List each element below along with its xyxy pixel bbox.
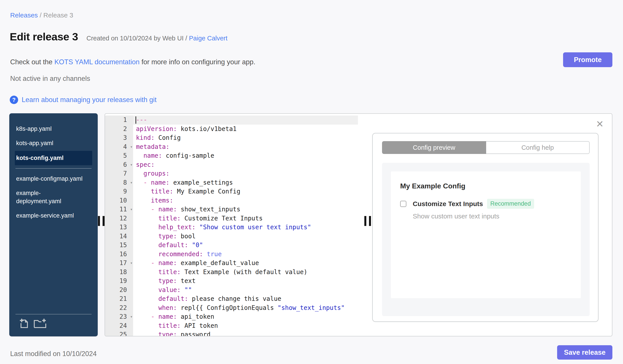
line-number[interactable]: 16 [105,250,133,259]
line-number[interactable]: 10 [105,196,133,205]
code-text[interactable]: when: repl{{ ConfigOptionEquals "show_te… [133,303,367,313]
code-line-16[interactable]: 16 recommended: true [105,250,367,259]
created-by-link[interactable]: Paige Calvert [189,35,227,42]
file-item-example-configmap.yaml[interactable]: example-configmap.yaml [15,172,86,186]
new-folder-icon[interactable] [33,318,47,328]
yaml-editor[interactable]: 1---2apiVersion: kots.io/v1beta13kind: C… [105,114,367,336]
code-line-4[interactable]: 4▾metadata: [105,142,367,152]
editor-resize-handle[interactable] [364,216,371,226]
code-line-20[interactable]: 20 value: "" [105,285,367,295]
code-line-2[interactable]: 2apiVersion: kots.io/v1beta1 [105,124,367,134]
code-text[interactable]: - name: example_default_value [133,259,367,268]
code-text[interactable]: --- [133,116,367,124]
tab-config-help[interactable]: Config help [486,141,590,154]
new-file-icon[interactable] [19,318,28,328]
code-text[interactable]: - name: api_token [133,312,367,321]
code-text[interactable]: default: please change this value [133,294,367,303]
code-text[interactable]: items: [133,196,367,205]
line-number[interactable]: 17▾ [105,259,133,268]
file-item-example-deployment.yaml[interactable]: example-deployment.yaml [15,186,86,208]
code-text[interactable]: metadata: [133,142,367,152]
line-number[interactable]: 13 [105,223,133,232]
code-text[interactable]: type: bool [133,232,367,241]
fold-arrow-icon[interactable]: ▾ [130,205,133,214]
promote-button[interactable]: Promote [563,52,612,67]
code-line-9[interactable]: 9 title: My Example Config [105,187,367,196]
code-text[interactable]: name: config-sample [133,151,367,160]
file-item-k8s-app.yaml[interactable]: k8s-app.yaml [15,122,86,136]
line-number[interactable]: 21 [105,294,133,303]
tab-config-preview[interactable]: Config preview [382,141,486,154]
line-number[interactable]: 15 [105,241,133,250]
code-line-24[interactable]: 24 title: API token [105,321,367,330]
close-preview-icon[interactable]: ✕ [594,119,605,130]
line-number[interactable]: 12 [105,214,133,223]
fold-arrow-icon[interactable]: ▾ [130,142,133,151]
line-number[interactable]: 11▾ [105,205,133,214]
code-text[interactable]: help_text: "Show custom user text inputs… [133,223,367,232]
code-line-1[interactable]: 1--- [105,116,367,124]
code-line-17[interactable]: 17▾ - name: example_default_value [105,259,367,268]
file-item-kots-app.yaml[interactable]: kots-app.yaml [15,136,86,150]
code-text[interactable]: value: "" [133,285,367,295]
code-text[interactable]: title: Customize Text Inputs [133,214,367,223]
code-text[interactable]: title: My Example Config [133,187,367,196]
git-releases-link[interactable]: Learn about managing your releases with … [22,96,156,104]
code-line-5[interactable]: 5 name: config-sample [105,151,367,160]
code-line-22[interactable]: 22 when: repl{{ ConfigOptionEquals "show… [105,303,367,313]
code-line-11[interactable]: 11▾ - name: show_text_inputs [105,205,367,214]
fold-arrow-icon[interactable]: ▾ [130,312,133,321]
line-number[interactable]: 5 [105,151,133,160]
fold-arrow-icon[interactable]: ▾ [130,258,133,267]
line-number[interactable]: 1 [105,116,133,124]
line-number[interactable]: 14 [105,232,133,241]
code-line-23[interactable]: 23▾ - name: api_token [105,312,367,321]
code-text[interactable]: title: API token [133,321,367,330]
line-number[interactable]: 22 [105,303,133,313]
fold-arrow-icon[interactable]: ▾ [130,160,133,169]
line-number[interactable]: 19 [105,277,133,285]
line-number[interactable]: 7 [105,169,133,178]
customize-text-inputs-checkbox[interactable] [400,201,406,207]
line-number[interactable]: 9 [105,187,133,196]
code-line-10[interactable]: 10 items: [105,196,367,205]
code-line-18[interactable]: 18 title: Text Example (with default val… [105,268,367,277]
code-text[interactable]: - name: show_text_inputs [133,205,367,214]
code-line-7[interactable]: 7 groups: [105,169,367,178]
code-text[interactable]: type: text [133,277,367,285]
kots-yaml-doc-link[interactable]: KOTS YAML documentation [54,58,139,66]
code-text[interactable]: - name: example_settings [133,178,367,187]
code-line-19[interactable]: 19 type: text [105,277,367,285]
line-number[interactable]: 23▾ [105,312,133,321]
code-line-15[interactable]: 15 default: "0" [105,241,367,250]
code-line-21[interactable]: 21 default: please change this value [105,294,367,303]
line-number[interactable]: 3 [105,133,133,142]
save-release-button[interactable]: Save release [557,345,612,360]
code-line-25[interactable]: 25 type: password [105,330,367,336]
line-number[interactable]: 8▾ [105,178,133,187]
code-text[interactable]: type: password [133,330,367,336]
code-line-12[interactable]: 12 title: Customize Text Inputs [105,214,367,223]
line-number[interactable]: 4▾ [105,142,133,152]
code-line-6[interactable]: 6▾spec: [105,160,367,169]
code-text[interactable]: spec: [133,160,367,169]
line-number[interactable]: 18 [105,268,133,277]
sidebar-resize-handle[interactable] [98,216,105,226]
file-item-example-service.yaml[interactable]: example-service.yaml [15,208,86,223]
line-number[interactable]: 2 [105,124,133,134]
line-number[interactable]: 20 [105,285,133,295]
code-text[interactable]: apiVersion: kots.io/v1beta1 [133,124,367,134]
code-line-8[interactable]: 8▾ - name: example_settings [105,178,367,187]
code-text[interactable]: kind: Config [133,133,367,142]
breadcrumb-releases-link[interactable]: Releases [10,12,38,19]
fold-arrow-icon[interactable]: ▾ [130,178,133,187]
line-number[interactable]: 25 [105,330,133,336]
line-number[interactable]: 24 [105,321,133,330]
code-text[interactable]: recommended: true [133,250,367,259]
code-text[interactable]: groups: [133,169,367,178]
code-line-14[interactable]: 14 type: bool [105,232,367,241]
code-line-3[interactable]: 3kind: Config [105,133,367,142]
line-number[interactable]: 6▾ [105,160,133,169]
file-item-kots-config.yaml[interactable]: kots-config.yaml [15,151,92,165]
code-line-13[interactable]: 13 help_text: "Show custom user text inp… [105,223,367,232]
